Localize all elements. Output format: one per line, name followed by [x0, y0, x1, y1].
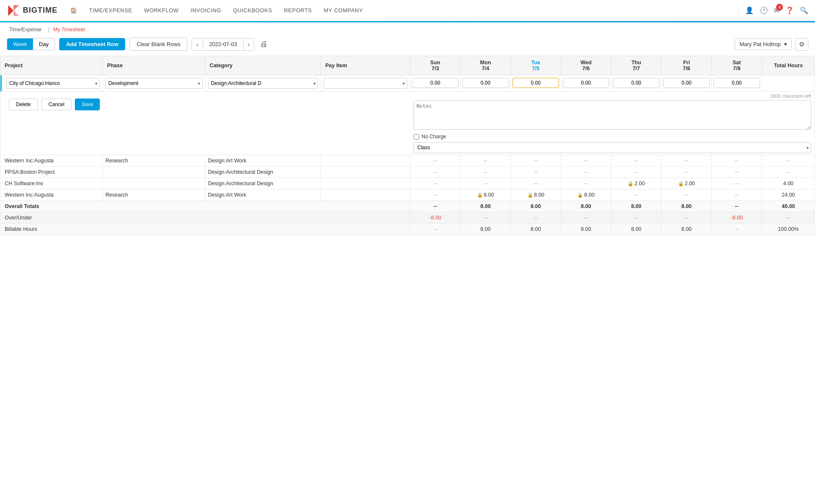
edit-notes-row: Delete Cancel Save 1000 characters left …	[0, 92, 815, 155]
no-charge-label: No Charge	[422, 134, 446, 140]
row2-fri: --	[661, 167, 712, 178]
dropdown-chevron-icon: ▾	[784, 41, 787, 47]
row1-wed: --	[561, 155, 611, 167]
fri-input[interactable]	[663, 78, 710, 88]
print-icon[interactable]: 🖨	[260, 40, 268, 49]
row4-payitem	[321, 189, 410, 201]
row3-total: 4.00	[762, 178, 815, 189]
row4-mon: 🔒8.00	[461, 189, 511, 201]
row2-tue: --	[510, 167, 561, 178]
header-pay-item: Pay Item	[321, 56, 410, 75]
nav-my-company[interactable]: MY COMPANY	[324, 7, 363, 14]
next-week-button[interactable]: ›	[244, 38, 254, 50]
week-day-toggle: Week Day	[7, 38, 55, 50]
overunder-thu: --	[611, 212, 661, 224]
payitem-select[interactable]	[324, 78, 407, 89]
overunder-sat: -8.00	[712, 212, 762, 224]
nav-reports[interactable]: REPORTS	[284, 7, 312, 14]
row3-tue: --	[510, 178, 561, 189]
nav-quickbooks[interactable]: QUICKBOOKS	[233, 7, 272, 14]
week-toggle-btn[interactable]: Week	[7, 38, 33, 50]
date-navigation: ‹ 2022-07-03 ›	[192, 38, 254, 51]
user-icon[interactable]: 👤	[745, 6, 754, 14]
row4-tue: 🔒8.00	[510, 189, 561, 201]
class-select-wrapper: Class ▾	[414, 142, 811, 153]
mon-input[interactable]	[462, 78, 509, 88]
header-sun: Sun 7/3	[410, 56, 461, 75]
timesheet-table: Project Phase Category Pay Item Sun 7/3 …	[0, 56, 815, 235]
edit-notes-cell: 1000 characters left No Charge Class ▾	[410, 92, 815, 155]
billable-total: 100.00%	[762, 224, 815, 235]
breadcrumb-current[interactable]: My Timesheet	[53, 27, 85, 33]
class-select[interactable]: Class	[414, 142, 811, 153]
help-icon[interactable]: ❓	[785, 6, 794, 14]
row4-total: 24.00	[762, 189, 815, 201]
thu-input[interactable]	[613, 78, 659, 88]
phase-select[interactable]: Development	[105, 78, 202, 89]
totals-total: 40.00	[762, 201, 815, 212]
nav-home-icon[interactable]: 🏠	[70, 7, 77, 14]
row3-sat: --	[712, 178, 762, 189]
lock-icon: 🔒	[477, 192, 483, 197]
prev-week-button[interactable]: ‹	[192, 38, 203, 50]
edit-phase-cell: Development ▾	[103, 75, 205, 92]
settings-gear-button[interactable]: ⚙	[795, 38, 808, 51]
row2-sat: --	[712, 167, 762, 178]
row4-thu: --	[611, 189, 661, 201]
cancel-button[interactable]: Cancel	[41, 99, 71, 110]
breadcrumb-parent[interactable]: Time/Expense	[9, 27, 41, 33]
row2-sun: --	[410, 167, 461, 178]
edit-total-cell	[762, 75, 815, 92]
user-name-label: Mary Pat Holtrop	[739, 41, 781, 47]
tue-input[interactable]	[513, 78, 559, 88]
project-select[interactable]: City of Chicago:Hanco	[6, 78, 100, 89]
wed-input[interactable]	[563, 78, 609, 88]
payitem-select-wrapper: ▾	[324, 78, 407, 89]
notes-textarea[interactable]	[414, 100, 811, 130]
clock-icon[interactable]: 🕐	[760, 6, 768, 14]
sat-input[interactable]	[713, 78, 760, 88]
category-select-wrapper: Design:Architectural D ▾	[208, 78, 318, 89]
sun-input[interactable]	[412, 78, 458, 88]
save-button[interactable]: Save	[75, 99, 100, 110]
row3-sun: --	[410, 178, 461, 189]
chars-left-label: 1000 characters left	[414, 93, 811, 99]
search-icon[interactable]: 🔍	[800, 6, 808, 14]
no-charge-checkbox[interactable]	[414, 134, 419, 140]
top-navigation: BIGTIME 🏠 TIME/EXPENSE WORKFLOW INVOICIN…	[0, 0, 815, 21]
row3-category: Design:Architectural Design	[205, 178, 321, 189]
edit-category-cell: Design:Architectural D ▾	[205, 75, 321, 92]
table-row: Western Inc:Augusta Research Design:Art …	[0, 155, 815, 167]
row3-thu: 🔒2.00	[611, 178, 661, 189]
lock-icon: 🔒	[527, 192, 533, 197]
action-buttons: Delete Cancel Save	[9, 99, 406, 110]
totals-tue: 8.00	[510, 201, 561, 212]
row1-total: --	[762, 155, 815, 167]
svg-marker-0	[8, 5, 14, 16]
over-under-row: Over/Under -8.00 -- -- -- -- -- -8.00 --	[0, 212, 815, 224]
logo[interactable]: BIGTIME	[7, 4, 58, 17]
clear-blank-rows-button[interactable]: Clear Blank Rows	[129, 38, 187, 51]
nav-invoicing[interactable]: INVOICING	[191, 7, 221, 14]
category-select[interactable]: Design:Architectural D	[208, 78, 318, 89]
totals-fri: 8.00	[661, 201, 712, 212]
row4-sat: --	[712, 189, 762, 201]
row3-phase	[103, 178, 205, 189]
billable-sun: --	[410, 224, 461, 235]
nav-workflow[interactable]: WORKFLOW	[144, 7, 179, 14]
table-row: Western Inc:Augusta Research Design:Art …	[0, 189, 815, 201]
row3-wed: --	[561, 178, 611, 189]
row4-sun: --	[410, 189, 461, 201]
nav-time-expense[interactable]: TIME/EXPENSE	[89, 7, 132, 14]
row1-fri: --	[661, 155, 712, 167]
edit-payitem-cell: ▾	[321, 75, 410, 92]
user-dropdown[interactable]: Mary Pat Holtrop ▾	[735, 38, 792, 50]
row4-phase: Research	[103, 189, 205, 201]
billable-hours-label: Billable Hours	[0, 224, 410, 235]
row4-project: Western Inc:Augusta	[0, 189, 103, 201]
add-timesheet-row-button[interactable]: Add Timesheet Row	[59, 38, 125, 50]
row1-project: Western Inc:Augusta	[0, 155, 103, 167]
day-toggle-btn[interactable]: Day	[33, 38, 55, 50]
delete-button[interactable]: Delete	[9, 99, 38, 110]
notifications-icon-wrap[interactable]: ✉ 3	[774, 6, 779, 14]
